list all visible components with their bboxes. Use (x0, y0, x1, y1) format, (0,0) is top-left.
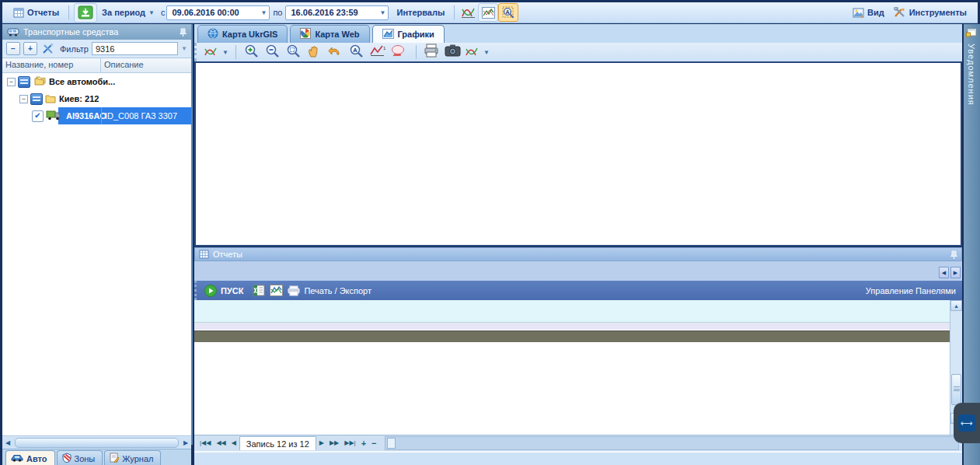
chart-export-icon[interactable] (270, 285, 283, 296)
record-position-label: Запись 12 из 12 (239, 436, 316, 450)
load-data-button[interactable] (74, 3, 97, 23)
first-record-icon[interactable]: |◀◀ (197, 436, 213, 450)
truck-icon (46, 110, 61, 122)
vehicles-panel-header: Транспортные средства (2, 24, 191, 40)
last-record-icon[interactable]: ▶▶| (342, 436, 357, 450)
tree-horizontal-scrollbar[interactable]: ◀ ▶ (2, 437, 191, 449)
tab-label: Зоны (75, 454, 96, 463)
prev-record-icon[interactable]: ◀ (229, 436, 239, 450)
chevron-down-icon[interactable]: ▼ (380, 9, 386, 16)
tools-button[interactable]: Инструменты (889, 5, 971, 19)
pin-icon[interactable] (950, 250, 957, 259)
period-dropdown[interactable]: За период ▼ (97, 6, 159, 19)
undo-icon[interactable] (327, 44, 346, 61)
chart-area[interactable] (194, 61, 962, 246)
print-icon[interactable] (424, 44, 442, 61)
tab-label: Карта Web (315, 30, 359, 39)
print-export-button[interactable]: Печать / Экспорт (288, 285, 371, 296)
chevron-down-icon[interactable]: ▼ (222, 49, 228, 56)
excel-export-icon[interactable] (253, 285, 265, 296)
chevron-down-icon[interactable]: ▼ (260, 9, 267, 16)
vehicle-checkbox[interactable]: ✔ (32, 110, 44, 122)
scrollbar-thumb[interactable] (387, 438, 396, 449)
collapse-all-button[interactable]: − (6, 42, 20, 55)
curves-chart-button[interactable] (459, 4, 478, 21)
tree-row[interactable]: −Все автомоби... (2, 73, 191, 90)
pin-icon[interactable] (180, 28, 187, 37)
column-header-description[interactable]: Описание (101, 58, 191, 72)
next-record-icon[interactable]: ▶ (317, 436, 326, 450)
chart-type2-icon[interactable] (466, 46, 481, 58)
expand-all-button[interactable]: + (23, 42, 37, 55)
report-status-bar (194, 451, 962, 465)
tab-label: Авто (26, 454, 47, 463)
intervals-button[interactable]: Интервалы (392, 6, 449, 19)
manage-panels-button[interactable]: Управление Панелями (866, 286, 956, 295)
scroll-right-icon[interactable]: ▶ (180, 438, 191, 448)
svg-text:1: 1 (383, 46, 386, 51)
scrollbar-thumb[interactable] (951, 374, 961, 405)
tab-graphs[interactable]: Графики (372, 25, 445, 43)
tabs-scroll-left-icon[interactable]: ◀ (939, 267, 949, 278)
column-header-name[interactable]: Название, номер (2, 58, 101, 72)
toolbar-separator (68, 5, 69, 19)
zoom-in-icon[interactable] (243, 44, 262, 61)
filter-tools-icon[interactable] (42, 43, 55, 54)
tree-row[interactable]: −Киев: 212 (2, 90, 191, 107)
zoom-region-icon[interactable] (285, 44, 304, 61)
vehicle-tree: −Все автомоби...−Киев: 212✔AI9316AOID_C0… (2, 73, 191, 436)
delete-record-icon[interactable]: − (369, 436, 378, 450)
zoom-out-icon[interactable] (264, 44, 283, 61)
tab-map-ukrgis[interactable]: Карта UkrGIS (197, 25, 288, 43)
chevron-down-icon[interactable]: ▼ (483, 49, 490, 56)
play-icon (204, 285, 217, 297)
tree-item-description: ID_C008 ГАЗ 3307 (105, 111, 177, 121)
view-icon (853, 8, 864, 18)
date-to-input[interactable]: 16.06.2016 23:59 ▼ (285, 5, 389, 20)
collapse-expander-icon[interactable]: − (7, 78, 16, 86)
tab-зоны[interactable]: Зоны (57, 450, 103, 465)
next-page-icon[interactable]: ▶▶ (327, 436, 341, 450)
tabs-scroll-right-icon[interactable]: ▶ (950, 267, 961, 278)
reports-button[interactable]: Отчеты (9, 6, 64, 19)
axis-chart-icon[interactable]: 1 (369, 44, 388, 61)
scrollbar-thumb[interactable] (15, 438, 179, 448)
pan-hand-icon[interactable] (306, 44, 325, 61)
date-from-input[interactable]: 09.06.2016 00:00 ▼ (166, 5, 270, 20)
camera-icon[interactable] (445, 44, 463, 61)
chevron-down-icon[interactable]: ▼ (181, 45, 187, 52)
filter-label: Фильтр (60, 44, 89, 54)
table-filler (194, 330, 962, 342)
tree-row[interactable]: ✔AI9316AOID_C008 ГАЗ 3307 (2, 107, 191, 124)
collapse-expander-icon[interactable]: − (19, 95, 28, 103)
notifications-strip[interactable]: Уведомления (964, 24, 980, 465)
append-record-icon[interactable]: + (359, 436, 368, 450)
tab-map-web[interactable]: Карта Web (290, 25, 369, 43)
chart-type-icon[interactable] (204, 46, 220, 58)
remote-access-flap[interactable]: ⟷ (954, 403, 980, 443)
scroll-up-icon[interactable]: ▲ (950, 300, 962, 311)
prev-page-icon[interactable]: ◀◀ (214, 436, 228, 450)
autoscale-button[interactable]: A (498, 3, 518, 22)
notifications-icon (966, 27, 978, 37)
svg-text:A: A (505, 9, 509, 15)
view-button[interactable]: Вид (848, 6, 889, 19)
vehicles-panel: Транспортные средства − + Фильтр 9316 ▼ … (2, 24, 193, 445)
table-filter-row[interactable] (194, 323, 962, 330)
shield-icon (62, 453, 71, 464)
tab-журнал[interactable]: Журнал (104, 450, 161, 465)
run-button[interactable]: ПУСК (204, 285, 243, 297)
reports-panel: Отчеты ◀ ▶ ПУСК Печать / Экспорт Управле… (194, 247, 962, 465)
annotation-icon[interactable] (390, 44, 409, 61)
tab-авто[interactable]: Авто (5, 450, 55, 465)
zoom-auto-icon[interactable]: A (348, 44, 367, 61)
filter-input[interactable]: 9316 (92, 42, 178, 55)
journal-icon (110, 453, 119, 464)
scroll-left-icon[interactable]: ◀ (2, 438, 13, 448)
chart-panel-button[interactable] (478, 3, 498, 22)
record-navigator: |◀◀ ◀◀ ◀ Запись 12 из 12 ▶ ▶▶ ▶▶| + − (194, 435, 962, 451)
tree-column-headers: Название, номер Описание (2, 58, 191, 73)
record-scrollbar[interactable] (385, 436, 959, 450)
teamviewer-icon[interactable]: ⟷ (958, 414, 975, 432)
left-bottom-tabs: АвтоЗоныЖурнал (2, 449, 191, 465)
